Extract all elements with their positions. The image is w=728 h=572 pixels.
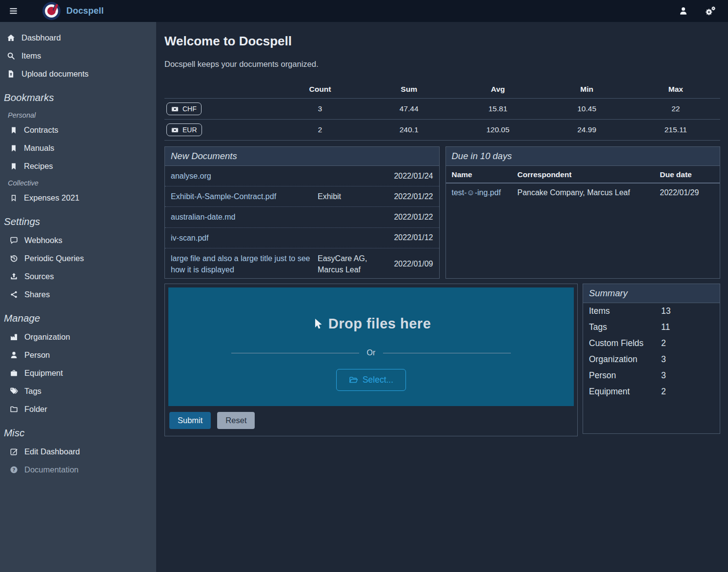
document-row: australian-date.md 2022/01/22 (165, 207, 439, 227)
document-date: 2022/01/09 (386, 260, 433, 268)
sidebar-item-label: Tags (24, 387, 41, 396)
sidebar-item-organization[interactable]: Organization (0, 328, 156, 346)
summary-label: Items (589, 306, 661, 316)
select-files-button[interactable]: Select... (336, 369, 406, 391)
select-files-label: Select... (363, 375, 393, 385)
sidebar-item-label: Documentation (24, 465, 79, 474)
stats-value: 215.11 (631, 120, 720, 141)
app-root: Docspell Dasbhoar (0, 0, 728, 572)
document-row: large file and also a large title just t… (165, 248, 439, 280)
sidebar-item-manuals[interactable]: Manuals (0, 139, 156, 157)
stats-value: 3 (276, 99, 364, 120)
sidebar-item-label: Periodic Queries (24, 254, 84, 263)
currency-label: EUR (182, 126, 197, 134)
summary-row: Items 13 (583, 303, 720, 319)
sidebar-item-label: Items (21, 51, 41, 61)
document-meta: EasyCare AG, Marcus Leaf (318, 253, 386, 275)
stats-col-min: Min (543, 81, 631, 99)
mouse-pointer-icon (311, 318, 324, 330)
due-col-correspondent: Correspondent (511, 166, 654, 183)
sidebar-heading-settings: Settings (0, 207, 156, 231)
currency-badge-eur[interactable]: EUR (166, 123, 202, 136)
sidebar-item-recipes[interactable]: Recipes (0, 157, 156, 175)
question-circle-icon: ? (10, 466, 18, 474)
document-link[interactable]: iv-scan.pdf (171, 232, 318, 244)
summary-label: Organization (589, 354, 661, 365)
stats-value: 15.81 (453, 99, 542, 120)
sidebar-item-dashboard[interactable]: Dasbhoard (0, 29, 156, 47)
bookmark-icon (10, 163, 18, 170)
sidebar-item-periodic-queries[interactable]: Periodic Queries (0, 249, 156, 267)
sidebar-heading-manage: Manage (0, 304, 156, 328)
stats-value: 2 (276, 120, 364, 141)
sidebar-item-label: Upload documents (21, 69, 89, 79)
stats-value: 22 (631, 99, 720, 120)
sidebar-item-person[interactable]: Person (0, 346, 156, 364)
sidebar-item-sources[interactable]: Sources (0, 267, 156, 286)
document-row: iv-scan.pdf 2022/01/12 (165, 228, 439, 248)
stats-header-row: Count Sum Avg Min Max (164, 81, 720, 99)
sidebar-item-shares[interactable]: Shares (0, 286, 156, 304)
stats-value: 47.44 (364, 99, 453, 120)
menu-button[interactable] (7, 4, 20, 18)
sidebar-item-label: Folder (24, 405, 47, 414)
navbar-right (678, 5, 717, 17)
due-col-due-date: Due date (654, 166, 720, 183)
briefcase-icon (10, 369, 18, 377)
document-link[interactable]: australian-date.md (171, 211, 318, 223)
stats-row-eur: EUR 2 240.1 120.05 24.99 215.11 (164, 120, 720, 141)
sidebar-item-tags[interactable]: Tags (0, 382, 156, 400)
summary-label: Person (589, 370, 661, 381)
sidebar-item-documentation[interactable]: ? Documentation (0, 461, 156, 479)
file-dropzone[interactable]: Drop files here Or Select... (168, 287, 574, 406)
sidebar-item-label: Expenses 2021 (24, 193, 80, 203)
edit-icon (10, 448, 18, 456)
user-icon (679, 6, 688, 16)
page-subtitle: Docspell keeps your documents organized. (164, 60, 720, 69)
sidebar-item-upload-documents[interactable]: Upload documents (0, 65, 156, 83)
divider-line (231, 353, 359, 353)
stats-value: 240.1 (364, 120, 453, 141)
sidebar-item-contracts[interactable]: Contracts (0, 121, 156, 139)
document-row: analyse.org 2022/01/24 (165, 166, 439, 186)
sidebar-item-label: Edit Dashboard (24, 447, 80, 456)
brand[interactable]: Docspell (42, 2, 104, 20)
sidebar-item-edit-dashboard[interactable]: Edit Dashboard (0, 443, 156, 461)
settings-menu-button[interactable] (704, 5, 717, 17)
due-date-value: 2022/01/29 (654, 183, 720, 202)
divider-line (383, 353, 511, 353)
summary-value: 2 (661, 387, 714, 397)
document-link[interactable]: Exhibit-A-Sample-Contract.pdf (171, 191, 318, 202)
sidebar-item-expenses-2021[interactable]: Expenses 2021 (0, 189, 156, 207)
stats-col-currency (164, 81, 276, 99)
svg-text:?: ? (13, 467, 16, 472)
currency-badge-chf[interactable]: CHF (166, 102, 202, 115)
sidebar-item-folder[interactable]: Folder (0, 400, 156, 418)
summary-row: Person 3 (583, 368, 720, 384)
sidebar: Dasbhoard Items Upload documents Bookmar… (0, 22, 156, 572)
due-row: test-☺-ing.pdf Pancake Company, Marcus L… (446, 183, 720, 202)
user-menu-button[interactable] (678, 5, 689, 17)
app-title: Docspell (66, 6, 104, 16)
document-link[interactable]: large file and also a large title just t… (171, 253, 318, 275)
document-date: 2022/01/12 (386, 233, 433, 242)
due-correspondent: Pancake Company, Marcus Leaf (511, 183, 654, 202)
reset-button[interactable]: Reset (217, 412, 255, 429)
sidebar-item-items[interactable]: Items (0, 47, 156, 65)
bottom-row: Drop files here Or Select... (164, 284, 720, 436)
due-document-link[interactable]: test-☺-ing.pdf (446, 183, 512, 202)
upload-panel: Drop files here Or Select... (164, 284, 578, 436)
sidebar-item-equipment[interactable]: Equipment (0, 364, 156, 382)
sidebar-item-label: Sources (24, 272, 54, 281)
document-date: 2022/01/22 (386, 192, 433, 201)
summary-value: 3 (661, 354, 714, 365)
stats-value: 120.05 (453, 120, 542, 141)
summary-label: Equipment (589, 387, 661, 397)
sidebar-item-webhooks[interactable]: Webhooks (0, 231, 156, 249)
summary-panel: Summary Items 13 Tags 11 Custom Fields 2… (583, 284, 720, 434)
document-link[interactable]: analyse.org (171, 170, 318, 182)
summary-value: 11 (661, 322, 714, 332)
sidebar-item-label: Contracts (24, 125, 59, 135)
document-row: Exhibit-A-Sample-Contract.pdf Exhibit 20… (165, 186, 439, 207)
submit-button[interactable]: Submit (169, 412, 211, 429)
